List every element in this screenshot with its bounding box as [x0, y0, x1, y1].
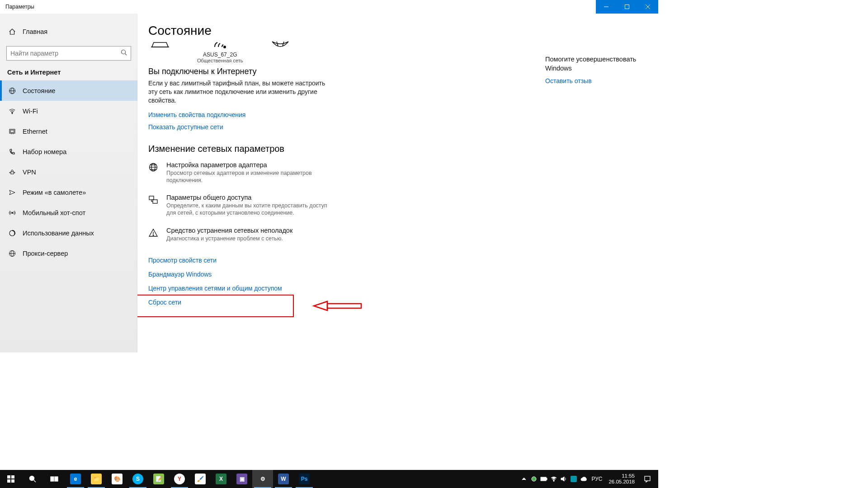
globe-icon	[148, 161, 160, 174]
sidebar-item-label: Использование данных	[23, 230, 94, 237]
option-troubleshoot[interactable]: Средство устранения сетевых неполадок Ди…	[148, 227, 338, 242]
help-title: Помогите усовершенствовать Windows	[545, 55, 645, 73]
data-usage-icon	[8, 230, 16, 237]
link-firewall[interactable]: Брандмауэр Windows	[148, 271, 212, 278]
help-panel: Помогите усовершенствовать Windows Остав…	[545, 55, 645, 85]
window-title: Параметры	[0, 4, 34, 10]
svg-point-4	[122, 50, 126, 54]
svg-rect-11	[10, 130, 14, 132]
search-icon	[121, 49, 127, 57]
network-type: Общественная сеть	[197, 58, 243, 63]
link-show-available-networks[interactable]: Показать доступные сети	[148, 123, 223, 131]
sidebar-item-proxy[interactable]: Прокси-сервер	[0, 243, 137, 263]
help-feedback-link[interactable]: Оставить отзыв	[545, 77, 592, 84]
link-network-sharing-center[interactable]: Центр управления сетями и общим доступом	[148, 285, 282, 292]
globe-icon	[8, 87, 16, 94]
sidebar-item-status[interactable]: Состояние	[0, 80, 137, 101]
pc-icon	[150, 41, 170, 50]
vpn-icon	[8, 169, 16, 176]
svg-point-34	[153, 235, 154, 235]
svg-point-17	[12, 212, 13, 213]
svg-point-9	[12, 113, 13, 114]
sidebar-item-label: Состояние	[23, 87, 55, 94]
option-adapter-settings[interactable]: Настройка параметров адаптера Просмотр с…	[148, 161, 338, 184]
option-desc: Просмотр сетевых адаптеров и изменение п…	[166, 169, 338, 184]
hotspot-icon	[8, 209, 16, 216]
maximize-button[interactable]	[617, 0, 637, 14]
sidebar-item-label: Набор номера	[23, 148, 66, 155]
connected-text: Если у вас лимитный тарифный план, вы мо…	[148, 79, 329, 105]
svg-point-15	[9, 172, 10, 173]
home-label: Главная	[23, 28, 47, 35]
sidebar-item-wifi[interactable]: Wi-Fi	[0, 101, 137, 121]
close-button[interactable]	[637, 0, 658, 14]
option-title: Средство устранения сетевых неполадок	[166, 227, 292, 234]
airplane-icon	[8, 189, 16, 196]
sidebar-item-label: Ethernet	[23, 128, 47, 135]
svg-line-5	[125, 54, 127, 56]
ethernet-icon	[8, 128, 16, 135]
phone-icon	[8, 148, 16, 155]
sidebar-item-airplane[interactable]: Режим «в самолете»	[0, 182, 137, 202]
sidebar-item-label: Мобильный хот-спот	[23, 209, 85, 216]
svg-rect-29	[149, 196, 154, 200]
proxy-icon	[8, 250, 16, 257]
svg-point-23	[224, 46, 226, 48]
network-name: ASUS_67_2G	[203, 52, 237, 58]
warning-icon	[148, 227, 160, 239]
sharing-icon	[148, 194, 160, 206]
sidebar: Главная Сеть и Интернет Состояние Wi-Fi	[0, 14, 137, 352]
sidebar-item-label: Режим «в самолете»	[23, 189, 86, 196]
option-title: Параметры общего доступа	[166, 194, 338, 201]
option-desc: Диагностика и устранение проблем с сетью…	[166, 235, 292, 242]
sidebar-item-datausage[interactable]: Использование данных	[0, 223, 137, 243]
content-area: Состояние ASUS_67_2G Общественная сеть В…	[137, 14, 658, 352]
option-sharing-settings[interactable]: Параметры общего доступа Определите, к к…	[148, 194, 338, 217]
search-input[interactable]	[6, 46, 131, 61]
link-change-connection-props[interactable]: Изменить свойства подключения	[148, 111, 245, 118]
wifi-icon	[8, 108, 16, 115]
minimize-button[interactable]	[596, 0, 617, 14]
option-title: Настройка параметров адаптера	[166, 161, 338, 169]
wifi-node: ASUS_67_2G Общественная сеть	[197, 41, 243, 63]
sidebar-item-ethernet[interactable]: Ethernet	[0, 121, 137, 141]
sidebar-item-vpn[interactable]: VPN	[0, 162, 137, 182]
svg-rect-1	[625, 5, 629, 9]
sidebar-item-dialup[interactable]: Набор номера	[0, 141, 137, 162]
sidebar-item-label: Wi-Fi	[23, 108, 38, 115]
sidebar-item-hotspot[interactable]: Мобильный хот-спот	[0, 202, 137, 223]
page-title: Состояние	[148, 23, 645, 38]
sidebar-item-label: Прокси-сервер	[23, 250, 68, 257]
home-icon	[8, 28, 16, 35]
svg-point-16	[14, 172, 15, 173]
sidebar-item-label: VPN	[23, 169, 36, 176]
svg-rect-14	[11, 172, 14, 174]
home-button[interactable]: Главная	[0, 23, 137, 41]
link-network-reset[interactable]: Сброс сети	[148, 299, 181, 306]
option-desc: Определите, к каким данным вы хотите пре…	[166, 202, 338, 217]
globe-node	[270, 41, 290, 51]
titlebar: Параметры	[0, 0, 658, 14]
section-title: Сеть и Интернет	[0, 69, 137, 80]
change-settings-heading: Изменение сетевых параметров	[148, 144, 645, 154]
link-view-net-props[interactable]: Просмотр свойств сети	[148, 257, 217, 264]
search-field[interactable]	[10, 50, 121, 57]
svg-rect-30	[153, 200, 157, 203]
